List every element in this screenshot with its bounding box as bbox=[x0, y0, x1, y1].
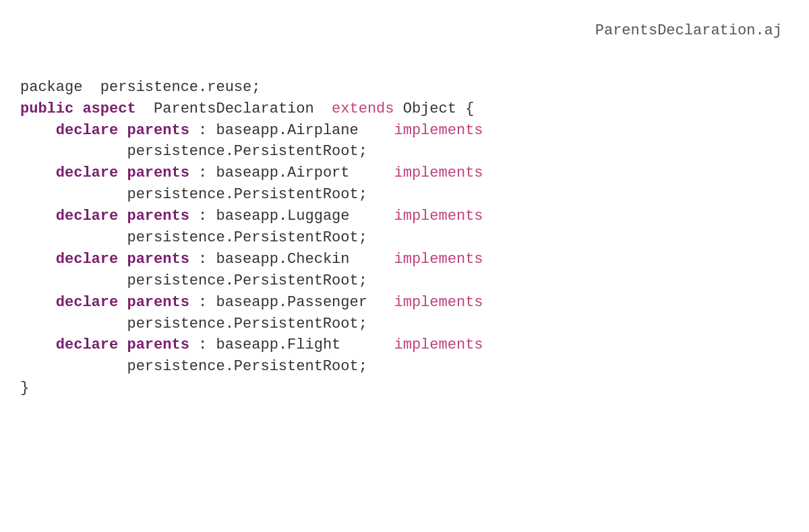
persistent-root-6: persistence.PersistentRoot; bbox=[20, 356, 789, 378]
implements-keyword-6: implements bbox=[394, 336, 483, 353]
parents-keyword-1: parents bbox=[127, 122, 189, 139]
implements-keyword-5: implements bbox=[394, 294, 483, 311]
implements-keyword-1: implements bbox=[394, 122, 483, 139]
declare-keyword-3: declare bbox=[56, 208, 118, 225]
parents-keyword-2: parents bbox=[127, 165, 189, 181]
declare-keyword-6: declare bbox=[56, 336, 118, 353]
parents-keyword-4: parents bbox=[127, 251, 189, 268]
declare-keyword-4: declare bbox=[56, 251, 118, 268]
blank-line-1 bbox=[20, 55, 789, 77]
declare-parents-luggage-line: declare parents : baseapp.Luggage implem… bbox=[20, 206, 789, 227]
filename-header: ParentsDeclaration.aj bbox=[20, 20, 789, 42]
persistent-root-2: persistence.PersistentRoot; bbox=[20, 184, 789, 206]
space5: : baseapp.Airplane bbox=[189, 122, 394, 139]
indent3 bbox=[20, 208, 56, 225]
closing-brace: } bbox=[20, 380, 29, 396]
declare-parents-airport-line: declare parents : baseapp.Airport implem… bbox=[20, 162, 789, 184]
parents-keyword-5: parents bbox=[127, 294, 189, 311]
declare-keyword-5: declare bbox=[56, 294, 118, 311]
space1 bbox=[73, 100, 82, 117]
aspect-keyword: aspect bbox=[82, 100, 136, 117]
persistent-root-text-1: persistence.PersistentRoot; bbox=[20, 143, 367, 160]
space15: : baseapp.Flight bbox=[189, 336, 394, 353]
space13: : baseapp.Passenger bbox=[189, 294, 394, 311]
persistent-root-1: persistence.PersistentRoot; bbox=[20, 141, 789, 162]
indent6 bbox=[20, 336, 56, 353]
persistent-root-text-4: persistence.PersistentRoot; bbox=[20, 272, 367, 289]
space14 bbox=[118, 336, 127, 353]
declare-keyword-1: declare bbox=[56, 122, 118, 139]
space4 bbox=[118, 122, 127, 139]
indent1 bbox=[20, 122, 56, 139]
persistent-root-5: persistence.PersistentRoot; bbox=[20, 314, 789, 335]
persistent-root-3: persistence.PersistentRoot; bbox=[20, 227, 789, 249]
package-line: package persistence.reuse; bbox=[20, 77, 789, 98]
implements-keyword-3: implements bbox=[394, 208, 483, 225]
persistent-root-text-5: persistence.PersistentRoot; bbox=[20, 316, 367, 332]
persistent-root-4: persistence.PersistentRoot; bbox=[20, 270, 789, 292]
declare-parents-passenger-line: declare parents : baseapp.Passenger impl… bbox=[20, 292, 789, 314]
declare-keyword-2: declare bbox=[56, 165, 118, 181]
declare-parents-airplane-line: declare parents : baseapp.Airplane imple… bbox=[20, 120, 789, 142]
extends-keyword: extends bbox=[332, 100, 394, 117]
implements-keyword-4: implements bbox=[394, 251, 483, 268]
space6 bbox=[118, 165, 127, 181]
public-aspect-line: public aspect ParentsDeclaration extends… bbox=[20, 98, 789, 120]
filename-text: ParentsDeclaration.aj bbox=[595, 22, 782, 39]
space8 bbox=[118, 208, 127, 225]
package-keyword: package persistence.reuse; bbox=[20, 79, 260, 96]
space7: : baseapp.Airport bbox=[189, 165, 394, 181]
space11: : baseapp.Checkin bbox=[189, 251, 394, 268]
public-keyword: public bbox=[20, 100, 73, 117]
persistent-root-text-3: persistence.PersistentRoot; bbox=[20, 229, 367, 246]
closing-brace-line: } bbox=[20, 378, 789, 399]
implements-keyword-2: implements bbox=[394, 165, 483, 181]
parents-keyword-3: parents bbox=[127, 208, 189, 225]
indent5 bbox=[20, 294, 56, 311]
space10 bbox=[118, 251, 127, 268]
space2: ParentsDeclaration bbox=[136, 100, 332, 117]
space3: Object { bbox=[394, 100, 475, 117]
indent2 bbox=[20, 165, 56, 181]
persistent-root-text-6: persistence.PersistentRoot; bbox=[20, 358, 367, 375]
space12 bbox=[118, 294, 127, 311]
parents-keyword-6: parents bbox=[127, 336, 189, 353]
indent4 bbox=[20, 251, 56, 268]
code-editor: ParentsDeclaration.aj package persistenc… bbox=[20, 13, 789, 406]
declare-parents-checkin-line: declare parents : baseapp.Checkin implem… bbox=[20, 249, 789, 270]
persistent-root-text-2: persistence.PersistentRoot; bbox=[20, 186, 367, 203]
declare-parents-flight-line: declare parents : baseapp.Flight impleme… bbox=[20, 334, 789, 356]
space9: : baseapp.Luggage bbox=[189, 208, 394, 225]
